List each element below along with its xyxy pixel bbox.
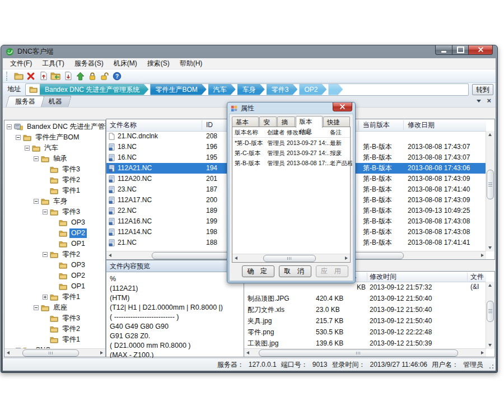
dialog-tab-版本信息[interactable]: 版本信息 <box>296 116 323 128</box>
tree-item-汽车[interactable]: 汽车 <box>4 143 105 153</box>
breadcrumb-segment[interactable]: 车身 <box>237 84 265 95</box>
scroll-right-icon[interactable] <box>481 254 484 257</box>
address-field[interactable]: Bandex DNC 先进生产管理系统零件生产BOM汽车车身零件3OP2 <box>25 83 469 96</box>
tree-item-零件1[interactable]: 零件1 <box>4 334 105 345</box>
toolbar-grip[interactable] <box>6 72 10 81</box>
menu-item[interactable]: 搜索(S) <box>142 58 175 69</box>
attachment-row[interactable]: KB2013-09-12 21:57:32 <box>244 282 486 293</box>
dialog-tab-安全[interactable]: 安全 <box>259 116 277 127</box>
column-modified-time[interactable]: 修改时间 <box>370 272 396 282</box>
expander-minus-icon[interactable] <box>43 252 48 257</box>
tree-item-零件1[interactable]: 零件1 <box>4 185 105 196</box>
title-bar[interactable]: DNC客户端 <box>1 45 497 58</box>
column-modified-date[interactable]: 修改日期 <box>408 119 435 131</box>
pane-close-icon[interactable]: × <box>487 97 491 104</box>
expander-minus-icon[interactable] <box>34 199 39 204</box>
menu-item[interactable]: 服务器(S) <box>69 58 109 69</box>
version-table-header[interactable]: 版本名称 创建者 修改时间 备注 <box>232 127 350 138</box>
dialog-tab-快捷方式[interactable]: 快捷方式 <box>323 116 350 127</box>
scroll-right-icon[interactable] <box>100 351 103 354</box>
tree-horizontal-scrollbar[interactable] <box>4 348 105 357</box>
scroll-left-icon[interactable] <box>246 351 249 354</box>
breadcrumb-segment[interactable]: 汽车 <box>208 84 236 95</box>
attachment-hscroll-thumb[interactable] <box>259 349 458 357</box>
scroll-right-icon[interactable] <box>345 256 348 260</box>
tree-item-零件2[interactable]: 零件2 <box>4 175 105 185</box>
expander-minus-icon[interactable] <box>34 305 39 310</box>
tree-item-零件生产BOM[interactable]: 零件生产BOM <box>4 132 105 143</box>
tree-hscroll-thumb[interactable] <box>22 349 79 357</box>
file-list-vertical-scrollbar[interactable] <box>486 131 494 251</box>
menu-item[interactable]: 文件(F) <box>5 58 37 69</box>
expander-minus-icon[interactable] <box>34 156 39 161</box>
tree-item-Bandex DNC 先进生产管理系统[interactable]: Bandex DNC 先进生产管理系统 <box>4 122 105 132</box>
attachment-row[interactable]: 夹具.jpg215.7 KB2013-09-12 21:50:40 <box>244 315 486 326</box>
tree-item-OP3[interactable]: OP3 <box>4 217 105 228</box>
column-creator[interactable]: 创建者 <box>267 127 286 137</box>
breadcrumb-segment[interactable]: 零件生产BOM <box>150 84 206 95</box>
tree-item-OP2[interactable]: OP2 <box>4 228 105 239</box>
column-file-name[interactable]: 文件名称 <box>110 119 137 131</box>
pane-menu-icon[interactable] <box>477 100 481 102</box>
help-icon[interactable]: ? <box>111 71 123 82</box>
attachment-row[interactable]: 制品顶图.JPG420.4 KB2013-09-12 21:50:40 <box>244 293 486 304</box>
dialog-tab-基本信息[interactable]: 基本信息 <box>232 116 259 127</box>
scroll-up-icon[interactable] <box>488 284 492 287</box>
scroll-down-icon[interactable] <box>488 344 492 347</box>
attachment-horizontal-scrollbar[interactable] <box>244 348 486 357</box>
scroll-left-icon[interactable] <box>235 256 237 260</box>
dialog-tab-摘要[interactable]: 摘要 <box>277 116 295 127</box>
version-row[interactable]: 第-B-版本管理员2013-08-08 17:...老产品程序 <box>232 158 350 168</box>
tab-服务器[interactable]: 服务器 <box>6 96 45 107</box>
minimize-button[interactable] <box>435 45 452 55</box>
attachment-row[interactable]: 零件.png530.5 KB2013-09-12 22:22:48 <box>244 326 486 338</box>
tree-item-零件3[interactable]: 零件3 <box>4 207 105 217</box>
maximize-button[interactable] <box>452 45 469 55</box>
menu-item[interactable]: 工具(T) <box>37 58 69 69</box>
menu-item[interactable]: 机床(M) <box>109 58 142 69</box>
send-icon[interactable] <box>74 71 86 82</box>
delete-icon[interactable] <box>25 71 37 82</box>
tree-item-OP1[interactable]: OP1 <box>4 281 105 292</box>
file-list-vscroll-thumb[interactable] <box>487 170 494 200</box>
breadcrumb-segment[interactable]: 零件3 <box>267 84 298 95</box>
expander-plus-icon[interactable] <box>43 295 48 300</box>
lock-icon[interactable] <box>86 71 99 82</box>
attachment-vscroll-thumb[interactable] <box>487 301 494 322</box>
tree-item-零件1[interactable]: 零件1 <box>4 292 105 302</box>
menu-item[interactable]: 帮助(H) <box>175 58 208 69</box>
tree-item-轴承[interactable]: 轴承 <box>4 153 105 164</box>
tree-item-OP2[interactable]: OP2 <box>4 270 105 281</box>
column-note[interactable]: 备注 <box>330 127 352 137</box>
tree-item-零件3[interactable]: 零件3 <box>4 164 105 175</box>
attachment-vertical-scrollbar[interactable] <box>486 282 494 349</box>
dialog-close-button[interactable] <box>333 102 352 111</box>
scroll-left-icon[interactable] <box>109 254 111 257</box>
close-button[interactable] <box>469 45 493 55</box>
scroll-right-icon[interactable] <box>481 351 484 354</box>
tree-item-底座[interactable]: 底座 <box>4 302 105 313</box>
tree-item-零件3[interactable]: 零件3 <box>4 313 105 324</box>
ok-button[interactable]: 确 定 <box>242 265 274 277</box>
version-row[interactable]: *第-D-版本管理员2013-09-27 14:...最新 <box>232 138 350 148</box>
column-id[interactable]: ID <box>206 119 213 131</box>
scroll-down-icon[interactable] <box>488 246 492 249</box>
tree-item-车身[interactable]: 车身 <box>4 196 105 207</box>
expander-minus-icon[interactable] <box>7 124 12 129</box>
go-button[interactable]: 转到 <box>472 84 493 95</box>
dialog-horizontal-scrollbar[interactable] <box>232 254 350 262</box>
checkout-folder-icon[interactable] <box>49 71 62 82</box>
attachment-row[interactable]: 配刀文件.xls23.0 KB2013-09-12 21:50:40 <box>244 304 486 315</box>
column-version-name[interactable]: 版本名称 <box>235 127 267 137</box>
tree-item-零件2[interactable]: 零件2 <box>4 324 105 334</box>
tree-item-OP1[interactable]: OP1 <box>4 239 105 249</box>
expander-minus-icon[interactable] <box>43 209 48 214</box>
dialog-hscroll-thumb[interactable] <box>263 255 316 262</box>
resize-grip[interactable] <box>488 363 494 369</box>
unlock-icon[interactable] <box>99 71 111 82</box>
version-row[interactable]: 第-C-版本管理员2013-09-27 14:...报废 <box>232 148 350 158</box>
expander-minus-icon[interactable] <box>16 135 21 140</box>
checkout-file-icon[interactable] <box>62 71 74 82</box>
tree-item-零件2[interactable]: 零件2 <box>4 249 105 260</box>
folder-icon[interactable] <box>12 71 25 82</box>
